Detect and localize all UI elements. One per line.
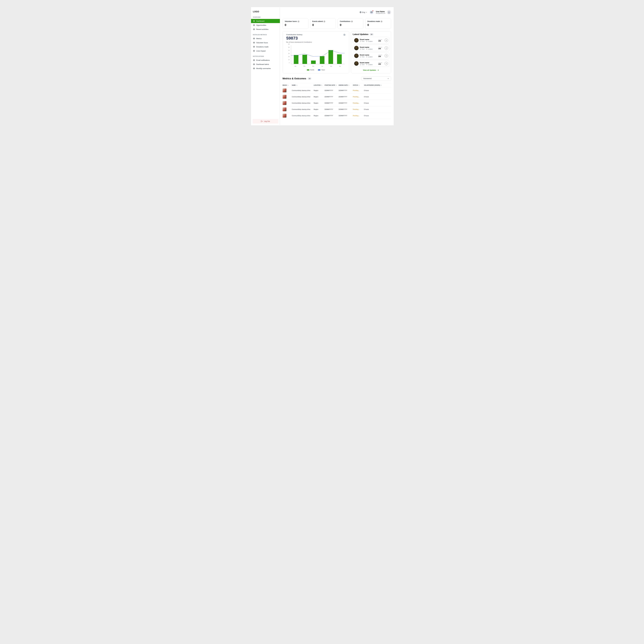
event-name: Event name [360,62,377,64]
sidebar-item-label: Recent activities [256,28,269,30]
sidebar-item-recent-activities[interactable]: Recent activities [251,27,280,31]
user-name: User Name [376,11,385,12]
svg-point-35 [366,57,367,57]
view-all-label: View all Updates [363,69,376,71]
table-row[interactable]: Communitivity cleanup driveRegionDDMMYYY… [283,100,391,106]
avatar [387,10,391,14]
cell-image [283,114,292,118]
table-header[interactable]: LOCATION [314,84,325,86]
sidebar-item-label: Metrics [256,38,262,40]
latest-updates-panel: Latest Updates 10 Event nameTimeLocation… [351,31,391,73]
cell-location: Region [314,102,325,104]
target-icon [253,24,255,26]
table-row[interactable]: Communitivity cleanup driveRegionDDMMYYY… [283,87,391,94]
info-icon[interactable] [324,21,325,22]
metrics-count-badge: 10 [308,78,311,80]
event-time: Time [360,64,365,65]
info-icon[interactable] [298,21,299,22]
event-name: Event name [360,54,377,56]
event-time: Time [360,41,365,42]
sidebar-item-donations-made[interactable]: Donations made [251,45,280,49]
info-icon[interactable] [351,21,353,22]
target-icon [253,63,255,65]
target-icon [253,28,255,30]
update-item[interactable]: Event nameTimeLocationinterests200 [353,45,389,51]
table-header[interactable]: STARTING DATE [325,84,339,86]
svg-point-5 [254,29,254,29]
table-header[interactable]: IMAGE [283,84,292,86]
cell-end: DDMMYYYY [339,102,353,104]
sidebar-item-volunteer-hours[interactable]: Volunteer hours [251,41,280,45]
clock-icon [360,41,361,42]
view-all-updates-link[interactable]: View all Updates [353,68,389,71]
language-label: Eng [362,11,365,13]
card-value: 0 [340,23,361,27]
sidebar-item-dashboard[interactable]: Dashboard [251,19,280,23]
cell-image [283,101,292,105]
card-title: Contributions [340,20,361,22]
sidebar-item-metrics[interactable]: Metrics [251,36,280,41]
user-email: Abc@gmail.com [376,12,385,14]
table-row[interactable]: Communitivity cleanup driveRegionDDMMYYY… [283,106,391,113]
topbar: Eng User Name Abc@gmail.com [283,9,391,15]
logout-button[interactable]: Log Out [253,119,278,124]
pin-icon [366,41,367,42]
row-thumbnail [283,107,286,111]
sidebar-item-lives-impact[interactable]: Lives Impact [251,49,280,53]
sort-icon [336,85,337,86]
arrow-circle-icon [385,62,388,65]
svg-point-1 [254,21,254,21]
info-icon[interactable] [381,21,382,22]
event-thumbnail [354,54,359,58]
metrics-filter-select[interactable]: Volunteered [361,76,391,81]
sidebar-item-email-notifications[interactable]: Email notifications [251,58,280,62]
cell-image [283,107,292,111]
table-row[interactable]: Communitivity cleanup driveRegionDDMMYYY… [283,94,391,100]
svg-point-37 [366,64,367,65]
svg-point-15 [254,60,254,60]
user-block[interactable]: User Name Abc@gmail.com [376,10,391,14]
card-title: Volunteer hours [285,20,306,22]
update-item[interactable]: Event nameTimeLocationinterests200 [353,52,389,59]
pin-icon [366,56,367,58]
table-header[interactable]: STATUS [353,84,364,86]
stat-card: Volunteer hours0 [283,18,308,29]
main-content: Eng User Name Abc@gmail.com Volunteer ho… [280,7,394,125]
chart-bar [294,55,298,64]
update-item[interactable]: Event nameTimeLocationinterests200 [353,37,389,44]
interests-label: interests [378,47,382,48]
sidebar-item-monthly-summaries[interactable]: Monthly summaries [251,66,280,70]
svg-point-19 [254,68,254,69]
cell-end: DDMMYYYY [339,115,353,116]
event-thumbnail [354,61,359,66]
legend-swatch [318,69,320,70]
row-thumbnail [283,114,286,118]
table-header[interactable]: VOLUNTEERED (HOURS) [364,84,382,86]
table-header[interactable]: ENDING DATE [339,84,353,86]
pin-icon [366,64,367,65]
info-icon[interactable] [343,34,346,36]
metrics-filter-value: Volunteered [363,78,372,79]
table-row[interactable]: Communitivity cleanup driveRegionDDMMYYY… [283,113,391,119]
svg-point-33 [366,49,367,49]
sidebar-item-label: Email notifications [256,59,270,61]
sidebar-item-dashboard-alerts[interactable]: Dashboard alerts [251,62,280,66]
sort-icon [358,85,360,86]
updates-title: Latest Updates [353,33,368,36]
clock-icon [360,49,361,50]
mail-button[interactable] [370,10,374,14]
clock-icon [360,56,361,58]
language-switcher[interactable]: Eng [360,11,367,13]
sidebar-item-opportunities[interactable]: Opportunities [251,23,280,27]
target-icon [253,37,255,40]
logout-icon [261,120,263,122]
row-thumbnail [283,101,286,105]
pin-icon [366,49,367,50]
table-header[interactable]: NAME [292,84,314,86]
stat-card: Events attend0 [310,18,336,29]
arrow-circle-icon [385,46,388,50]
update-item[interactable]: Event nameTimeLocationinterests200 [353,60,389,67]
svg-point-3 [254,25,254,25]
chart-bar [320,56,324,64]
cell-status: Pending... [353,96,364,98]
